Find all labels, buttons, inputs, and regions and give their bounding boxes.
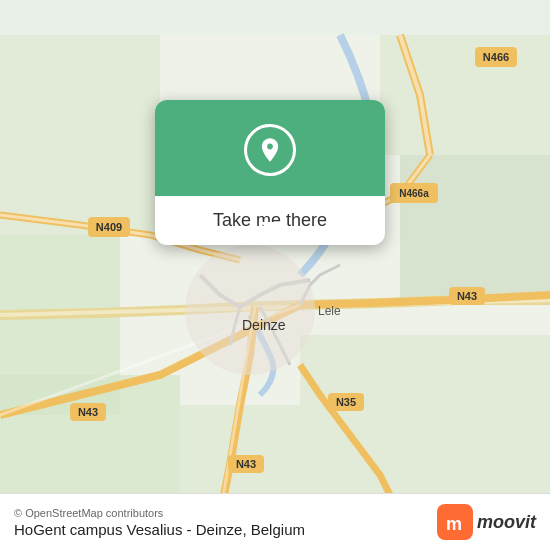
moovit-text: moovit [477,512,536,533]
moovit-logo[interactable]: m moovit [437,504,536,540]
footer-bar: © OpenStreetMap contributors HoGent camp… [0,493,550,550]
svg-text:N43: N43 [236,458,256,470]
attribution-text: © OpenStreetMap contributors [14,507,305,519]
location-pin-circle [244,124,296,176]
svg-rect-1 [0,35,160,235]
svg-text:N43: N43 [78,406,98,418]
svg-point-8 [185,245,315,375]
svg-text:Deinze: Deinze [242,317,286,333]
svg-text:N466: N466 [483,51,509,63]
map-background: N466 N466a N409 N43 N43 N43 N35 Deinze L… [0,0,550,550]
moovit-icon: m [437,504,473,540]
location-title: HoGent campus Vesalius - Deinze, Belgium [14,521,305,538]
svg-text:N466a: N466a [399,188,429,199]
svg-text:N35: N35 [336,396,356,408]
svg-text:N43: N43 [457,290,477,302]
map-container: N466 N466a N409 N43 N43 N43 N35 Deinze L… [0,0,550,550]
svg-rect-5 [300,335,550,515]
footer-left: © OpenStreetMap contributors HoGent camp… [14,507,305,538]
moovit-m-icon: m [443,510,467,534]
location-pin-icon [256,136,284,164]
popup-tail [261,222,285,238]
svg-rect-4 [400,155,550,305]
popup-header [155,100,385,196]
svg-text:Lele: Lele [318,304,341,318]
svg-text:m: m [446,514,462,534]
svg-text:N409: N409 [96,221,122,233]
